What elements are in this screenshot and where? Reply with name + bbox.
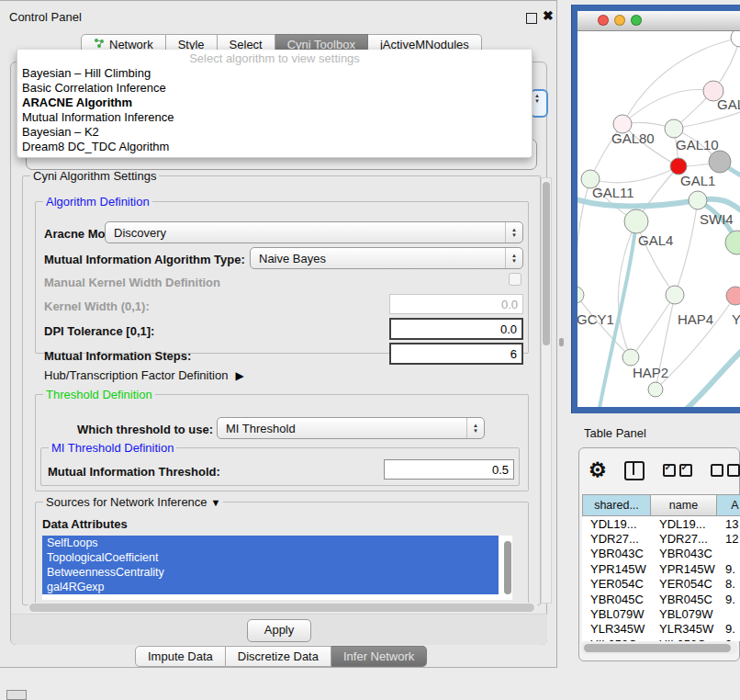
table-body: YDL19...YDL19...13YDR27...YDR27...12YBR0… (582, 516, 740, 641)
gear-icon[interactable] (589, 458, 607, 482)
table-cell: YER054C (651, 577, 717, 591)
column-header-a[interactable]: A (717, 494, 740, 516)
network-window-titlebar[interactable] (577, 11, 740, 31)
table-row[interactable]: YDL19...YDL19...13 (582, 516, 740, 531)
algorithm-option[interactable]: Bayesian – Hill Climbing (17, 66, 532, 81)
cyni-bottom-tabbar: Impute DataDiscretize DataInfer Network (135, 646, 427, 667)
column-header-name[interactable]: name (651, 494, 717, 516)
settings-group-title: Cyni Algorithm Settings (30, 169, 159, 183)
tab-label: Discretize Data (238, 647, 319, 666)
settings-vertical-scrollbar[interactable] (541, 177, 552, 604)
network-node-gal4[interactable] (624, 209, 648, 233)
algorithm-option[interactable]: ARACNE Algorithm (17, 96, 532, 110)
table-row[interactable]: YPR145WYPR145W9. (582, 561, 740, 576)
network-node-swi4[interactable] (689, 191, 707, 209)
dpi-tolerance-field[interactable] (389, 318, 523, 340)
float-window-icon[interactable] (526, 13, 537, 24)
mi-steps-label: Mutual Information Steps: (44, 349, 191, 363)
network-edge[interactable] (577, 179, 590, 295)
settings-horizontal-scrollbar[interactable] (28, 603, 538, 613)
mi-algorithm-type-combo[interactable]: Naive Bayes ▲▼ (250, 247, 523, 269)
table-row[interactable]: YIL053CYIL053C9. (582, 637, 740, 641)
combo-stepper-icon: ▲▼ (505, 222, 522, 243)
select-columns-icon[interactable] (679, 464, 692, 477)
attribute-list-item[interactable]: BetweennessCentrality (42, 565, 499, 580)
algorithm-option[interactable]: Basic Correlation Inference (17, 81, 532, 96)
network-edge[interactable] (590, 166, 678, 183)
attribute-list-item[interactable]: SelfLoops (42, 536, 499, 550)
table-cell: 8. (717, 577, 740, 591)
network-node-hap4[interactable] (666, 286, 684, 304)
list-scrollbar-thumb[interactable] (504, 541, 511, 594)
hub-transcription-factor-expander[interactable]: Hub/Transcription Factor Definition (44, 368, 244, 382)
scrollbar-thumb[interactable] (29, 604, 534, 612)
tab-label: Infer Network (343, 647, 414, 666)
table-cell: YDR27... (582, 532, 651, 546)
network-node-hap2[interactable] (622, 349, 639, 366)
table-row[interactable]: YBR045CYBR045C9. (582, 592, 740, 606)
node-label: GAL11 (592, 185, 634, 200)
data-attributes-label: Data Attributes (42, 517, 128, 531)
aracne-mode-combo[interactable]: Discovery ▲▼ (105, 221, 523, 243)
network-node-y[interactable] (726, 287, 740, 305)
deselect-columns-icon[interactable] (727, 464, 740, 477)
select-columns-icon[interactable] (663, 464, 676, 477)
tab-label: Impute Data (148, 647, 213, 666)
kernel-width-field[interactable] (389, 294, 523, 314)
mi-threshold-field[interactable] (384, 459, 514, 480)
mi-steps-field[interactable] (389, 343, 523, 365)
network-graph[interactable]: GALGAL80GAL10GAL1GAL11SWI4GAL4GCY1HAP4YH… (577, 31, 740, 407)
network-edge[interactable] (622, 90, 713, 125)
network-node[interactable] (648, 382, 663, 397)
split-view-icon[interactable] (624, 461, 645, 480)
network-node-gcy1[interactable] (577, 287, 584, 303)
column-header-shared[interactable]: shared... (582, 494, 651, 516)
data-attributes-list[interactable]: SelfLoopsTopologicalCoefficientBetweenne… (42, 536, 512, 600)
which-threshold-combo[interactable]: MI Threshold ▲▼ (217, 417, 485, 439)
close-button[interactable] (598, 15, 609, 26)
tab-infer-network[interactable]: Infer Network (331, 646, 427, 667)
zoom-button[interactable] (631, 15, 642, 26)
control-panel-title: Control Panel (9, 10, 82, 24)
network-canvas[interactable]: GALGAL80GAL10GAL1GAL11SWI4GAL4GCY1HAP4YH… (577, 31, 740, 407)
tab-discretize-data[interactable]: Discretize Data (226, 646, 331, 667)
node-label: Y (732, 311, 740, 327)
mi-threshold-definition-title: MI Threshold Definition (49, 441, 176, 455)
network-node-gal10[interactable] (665, 119, 683, 138)
table-row[interactable]: YBR043CYBR043C (582, 547, 740, 561)
table-cell: YBR045C (651, 593, 717, 606)
scrollbar-thumb[interactable] (543, 182, 550, 345)
table-row[interactable]: YER054CYER054C8. (582, 577, 740, 592)
table-cell: YLR345W (651, 622, 717, 636)
network-edge[interactable] (675, 200, 698, 295)
node-label: GAL (717, 96, 740, 112)
hidden-combo-stepper[interactable]: ▲▼ (530, 89, 548, 118)
node-label: HAP2 (633, 365, 668, 380)
panel-splitter-grip[interactable] (559, 338, 564, 346)
manual-kernel-width-checkbox[interactable] (509, 273, 521, 286)
network-node[interactable] (725, 231, 740, 254)
deselect-columns-icon[interactable] (711, 464, 723, 477)
network-node[interactable] (731, 31, 740, 47)
tab-impute-data[interactable]: Impute Data (135, 646, 226, 667)
table-cell: 9. (717, 593, 740, 606)
dock-corner-button[interactable] (6, 690, 27, 700)
table-horizontal-scrollbar[interactable] (581, 642, 737, 654)
network-edge-thick[interactable] (688, 346, 740, 407)
minimize-button[interactable] (614, 15, 625, 26)
algorithm-definition-title: Algorithm Definition (43, 195, 152, 209)
scrollbar-thumb[interactable] (584, 644, 731, 652)
algorithm-option[interactable]: Dream8 DC_TDC Algorithm (17, 140, 532, 154)
attribute-list-item[interactable]: TopologicalCoefficient (42, 550, 499, 565)
table-row[interactable]: YLR345WYLR345W9. (582, 622, 740, 637)
attribute-list-item[interactable]: gal4RGexp (42, 580, 499, 594)
algorithm-option[interactable]: Bayesian – K2 (17, 125, 532, 140)
apply-button[interactable]: Apply (247, 619, 311, 642)
collapse-arrow-icon[interactable] (211, 495, 221, 509)
combo-stepper-icon: ▲▼ (505, 248, 522, 268)
table-row[interactable]: YBL079WYBL079W (582, 606, 740, 621)
table-row[interactable]: YDR27...YDR27...12 (582, 531, 740, 546)
algorithm-option[interactable]: Mutual Information Inference (17, 110, 532, 125)
close-icon[interactable]: ✖ (543, 8, 554, 23)
network-node[interactable] (709, 151, 731, 173)
